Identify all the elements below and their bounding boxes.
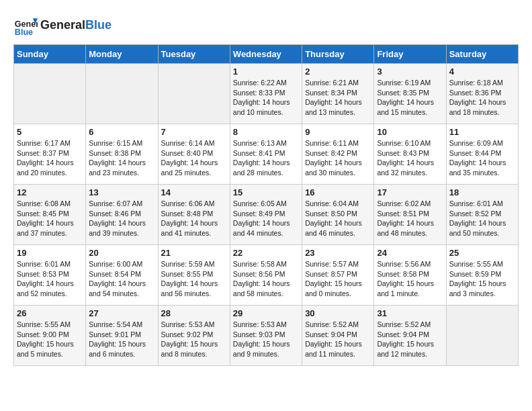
day-info: Sunrise: 6:02 AM Sunset: 8:51 PM Dayligh… — [377, 199, 443, 238]
col-header-tuesday: Tuesday — [158, 45, 230, 64]
col-header-thursday: Thursday — [302, 45, 374, 64]
day-number: 20 — [89, 248, 154, 258]
calendar-cell: 20Sunrise: 6:00 AM Sunset: 8:54 PM Dayli… — [86, 245, 158, 306]
col-header-sunday: Sunday — [14, 45, 86, 64]
day-info: Sunrise: 5:57 AM Sunset: 8:57 PM Dayligh… — [305, 259, 371, 299]
day-number: 8 — [233, 127, 299, 137]
calendar-cell: 22Sunrise: 5:58 AM Sunset: 8:56 PM Dayli… — [230, 245, 302, 306]
day-number: 1 — [233, 66, 299, 77]
day-number: 16 — [305, 187, 371, 197]
day-number: 5 — [17, 127, 83, 137]
svg-text:Blue: Blue — [15, 28, 33, 37]
day-info: Sunrise: 5:53 AM Sunset: 9:02 PM Dayligh… — [161, 320, 227, 359]
day-info: Sunrise: 5:52 AM Sunset: 9:04 PM Dayligh… — [305, 320, 371, 359]
day-number: 21 — [161, 248, 227, 258]
day-number: 11 — [449, 127, 515, 137]
calendar-cell: 23Sunrise: 5:57 AM Sunset: 8:57 PM Dayli… — [302, 245, 374, 306]
calendar-cell: 16Sunrise: 6:04 AM Sunset: 8:50 PM Dayli… — [302, 185, 374, 245]
day-info: Sunrise: 6:13 AM Sunset: 8:41 PM Dayligh… — [233, 138, 299, 178]
day-info: Sunrise: 6:08 AM Sunset: 8:45 PM Dayligh… — [17, 199, 83, 238]
logo-blue: Blue — [85, 18, 112, 32]
day-info: Sunrise: 5:53 AM Sunset: 9:03 PM Dayligh… — [233, 320, 299, 359]
day-number: 14 — [161, 187, 227, 197]
day-number: 25 — [449, 248, 515, 258]
calendar-cell: 26Sunrise: 5:55 AM Sunset: 9:00 PM Dayli… — [14, 306, 86, 366]
day-info: Sunrise: 6:04 AM Sunset: 8:50 PM Dayligh… — [305, 199, 371, 238]
day-number: 6 — [89, 127, 154, 137]
col-header-saturday: Saturday — [446, 45, 518, 64]
day-info: Sunrise: 5:59 AM Sunset: 8:55 PM Dayligh… — [161, 259, 227, 299]
calendar-cell: 5Sunrise: 6:17 AM Sunset: 8:37 PM Daylig… — [14, 124, 86, 185]
day-number: 4 — [449, 66, 515, 77]
day-info: Sunrise: 6:05 AM Sunset: 8:49 PM Dayligh… — [233, 199, 299, 238]
day-number: 31 — [377, 308, 443, 318]
logo-icon: General Blue — [13, 13, 38, 38]
calendar-cell — [446, 306, 518, 366]
day-info: Sunrise: 6:09 AM Sunset: 8:44 PM Dayligh… — [449, 138, 515, 178]
calendar-cell — [86, 64, 158, 124]
day-info: Sunrise: 6:18 AM Sunset: 8:36 PM Dayligh… — [449, 78, 515, 118]
day-number: 18 — [449, 187, 515, 197]
day-info: Sunrise: 5:55 AM Sunset: 8:59 PM Dayligh… — [449, 259, 515, 299]
calendar-cell: 4Sunrise: 6:18 AM Sunset: 8:36 PM Daylig… — [446, 64, 518, 124]
page-header: General Blue GeneralBlue — [13, 13, 519, 38]
calendar-cell: 24Sunrise: 5:56 AM Sunset: 8:58 PM Dayli… — [374, 245, 446, 306]
calendar-cell: 21Sunrise: 5:59 AM Sunset: 8:55 PM Dayli… — [158, 245, 230, 306]
day-number: 17 — [377, 187, 443, 197]
calendar-cell: 27Sunrise: 5:54 AM Sunset: 9:01 PM Dayli… — [86, 306, 158, 366]
day-number: 22 — [233, 248, 299, 258]
logo: General Blue GeneralBlue — [13, 13, 112, 38]
calendar-cell: 3Sunrise: 6:19 AM Sunset: 8:35 PM Daylig… — [374, 64, 446, 124]
day-info: Sunrise: 6:00 AM Sunset: 8:54 PM Dayligh… — [89, 259, 154, 299]
calendar-cell: 17Sunrise: 6:02 AM Sunset: 8:51 PM Dayli… — [374, 185, 446, 245]
calendar-cell: 1Sunrise: 6:22 AM Sunset: 8:33 PM Daylig… — [230, 64, 302, 124]
day-info: Sunrise: 6:22 AM Sunset: 8:33 PM Dayligh… — [233, 78, 299, 118]
calendar-cell: 13Sunrise: 6:07 AM Sunset: 8:46 PM Dayli… — [86, 185, 158, 245]
calendar-cell: 6Sunrise: 6:15 AM Sunset: 8:38 PM Daylig… — [86, 124, 158, 185]
calendar-cell: 2Sunrise: 6:21 AM Sunset: 8:34 PM Daylig… — [302, 64, 374, 124]
day-info: Sunrise: 6:11 AM Sunset: 8:42 PM Dayligh… — [305, 138, 371, 178]
day-info: Sunrise: 6:14 AM Sunset: 8:40 PM Dayligh… — [161, 138, 227, 178]
calendar-cell: 10Sunrise: 6:10 AM Sunset: 8:43 PM Dayli… — [374, 124, 446, 185]
day-info: Sunrise: 6:10 AM Sunset: 8:43 PM Dayligh… — [377, 138, 443, 178]
day-info: Sunrise: 6:06 AM Sunset: 8:48 PM Dayligh… — [161, 199, 227, 238]
day-number: 7 — [161, 127, 227, 137]
col-header-friday: Friday — [374, 45, 446, 64]
day-number: 30 — [305, 308, 371, 318]
calendar-cell: 28Sunrise: 5:53 AM Sunset: 9:02 PM Dayli… — [158, 306, 230, 366]
calendar-cell: 19Sunrise: 6:01 AM Sunset: 8:53 PM Dayli… — [14, 245, 86, 306]
logo-general: General — [40, 18, 85, 32]
day-number: 24 — [377, 248, 443, 258]
day-info: Sunrise: 6:07 AM Sunset: 8:46 PM Dayligh… — [89, 199, 154, 238]
day-number: 9 — [305, 127, 371, 137]
calendar-cell: 29Sunrise: 5:53 AM Sunset: 9:03 PM Dayli… — [230, 306, 302, 366]
calendar-cell: 15Sunrise: 6:05 AM Sunset: 8:49 PM Dayli… — [230, 185, 302, 245]
day-number: 26 — [17, 308, 83, 318]
calendar-cell — [158, 64, 230, 124]
calendar-cell — [14, 64, 86, 124]
day-info: Sunrise: 6:01 AM Sunset: 8:52 PM Dayligh… — [449, 199, 515, 238]
day-number: 13 — [89, 187, 154, 197]
col-header-monday: Monday — [86, 45, 158, 64]
day-info: Sunrise: 5:58 AM Sunset: 8:56 PM Dayligh… — [233, 259, 299, 299]
day-number: 23 — [305, 248, 371, 258]
day-info: Sunrise: 5:52 AM Sunset: 9:04 PM Dayligh… — [377, 320, 443, 359]
calendar-table: SundayMondayTuesdayWednesdayThursdayFrid… — [13, 44, 519, 366]
day-number: 19 — [17, 248, 83, 258]
day-info: Sunrise: 5:56 AM Sunset: 8:58 PM Dayligh… — [377, 259, 443, 299]
calendar-cell: 9Sunrise: 6:11 AM Sunset: 8:42 PM Daylig… — [302, 124, 374, 185]
day-info: Sunrise: 6:19 AM Sunset: 8:35 PM Dayligh… — [377, 78, 443, 118]
calendar-cell: 31Sunrise: 5:52 AM Sunset: 9:04 PM Dayli… — [374, 306, 446, 366]
day-number: 3 — [377, 66, 443, 77]
day-info: Sunrise: 6:17 AM Sunset: 8:37 PM Dayligh… — [17, 138, 83, 178]
calendar-cell: 25Sunrise: 5:55 AM Sunset: 8:59 PM Dayli… — [446, 245, 518, 306]
day-info: Sunrise: 6:21 AM Sunset: 8:34 PM Dayligh… — [305, 78, 371, 118]
day-number: 10 — [377, 127, 443, 137]
calendar-cell: 14Sunrise: 6:06 AM Sunset: 8:48 PM Dayli… — [158, 185, 230, 245]
day-number: 27 — [89, 308, 154, 318]
day-number: 12 — [17, 187, 83, 197]
calendar-cell: 30Sunrise: 5:52 AM Sunset: 9:04 PM Dayli… — [302, 306, 374, 366]
calendar-cell: 18Sunrise: 6:01 AM Sunset: 8:52 PM Dayli… — [446, 185, 518, 245]
calendar-cell: 7Sunrise: 6:14 AM Sunset: 8:40 PM Daylig… — [158, 124, 230, 185]
calendar-cell: 12Sunrise: 6:08 AM Sunset: 8:45 PM Dayli… — [14, 185, 86, 245]
